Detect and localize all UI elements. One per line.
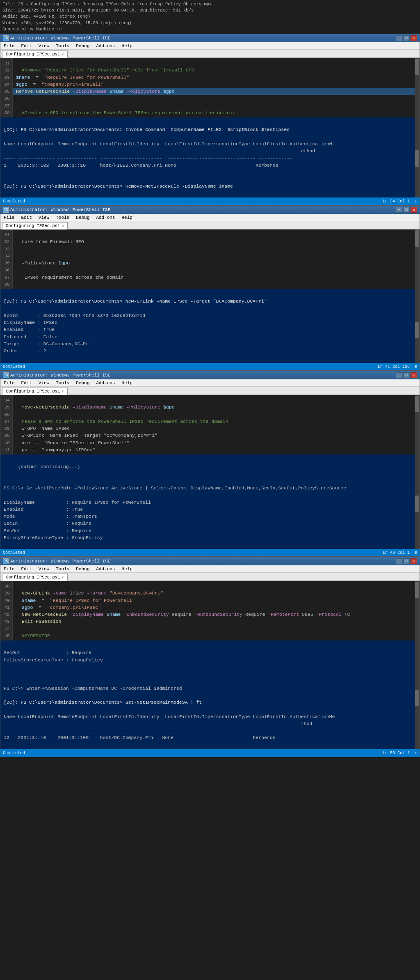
scrollbar-script-1[interactable]	[415, 58, 420, 117]
menu-file-1[interactable]: File	[2, 43, 16, 49]
menu-file-3[interactable]: File	[2, 380, 16, 386]
console-pane-4: SecOut : Require PolicyStoreSourceType :…	[0, 640, 420, 749]
tab-close-1[interactable]: ✕	[62, 52, 64, 57]
maximize-btn-1[interactable]: □	[403, 35, 410, 41]
console-pane-1: [DC]: PS C:\Users\administrator\Document…	[0, 117, 420, 197]
menu-debug-2[interactable]: Debug	[74, 215, 91, 220]
script-pane-2: 31323334353637383940414243 rule from Fir…	[0, 230, 420, 289]
tab-ps1-4[interactable]: Configuring IPSec.ps1 ✕	[2, 574, 68, 581]
maximize-btn-3[interactable]: □	[403, 372, 410, 378]
tab-bar-1: Configuring IPSec.ps1 ✕	[0, 50, 420, 58]
app-icon-2: PS	[3, 207, 9, 213]
tab-bar-2: Configuring IPSec.ps1 ✕	[0, 221, 420, 230]
close-btn-3[interactable]: ✕	[411, 372, 417, 378]
menu-help-2[interactable]: Help	[120, 215, 134, 220]
menu-tools-3[interactable]: Tools	[54, 380, 71, 386]
window-2: PS Administrator: Windows PowerShell ISE…	[0, 205, 420, 371]
menu-addons-3[interactable]: Add-ons	[94, 380, 116, 386]
menu-edit-3[interactable]: Edit	[19, 380, 33, 386]
scrollbar-console-4[interactable]	[415, 640, 420, 749]
tab-ps1-1[interactable]: Configuring IPSec.ps1 ✕	[2, 50, 68, 58]
title-bar-2: PS Administrator: Windows PowerShell ISE…	[0, 206, 420, 214]
close-btn-4[interactable]: ✕	[411, 558, 417, 564]
menu-debug-3[interactable]: Debug	[74, 380, 91, 386]
status-text-2: Completed	[3, 365, 25, 369]
minimize-btn-2[interactable]: ─	[396, 207, 402, 213]
close-btn-1[interactable]: ✕	[411, 35, 417, 41]
app-icon-4: PS	[3, 558, 9, 564]
menu-tools-4[interactable]: Tools	[54, 566, 71, 572]
tab-close-4[interactable]: ✕	[62, 575, 64, 580]
tab-ps1-2[interactable]: Configuring IPSec.ps1 ✕	[2, 222, 68, 230]
menu-file-2[interactable]: File	[2, 215, 16, 220]
menu-tools-1[interactable]: Tools	[54, 43, 71, 49]
menu-addons-1[interactable]: Add-ons	[94, 43, 116, 49]
status-col1-1: ⊞	[415, 199, 417, 204]
window-title-3: Administrator: Windows PowerShell ISE	[10, 373, 110, 378]
status-col1-2: ⊞	[415, 364, 417, 369]
status-bar-4: Completed Ln 50 Col 1 ⊞	[0, 749, 420, 757]
menu-debug-1[interactable]: Debug	[74, 43, 91, 49]
tab-close-2[interactable]: ✕	[62, 224, 64, 228]
title-bar-4: PS Administrator: Windows PowerShell ISE…	[0, 557, 420, 565]
window-4: PS Administrator: Windows PowerShell ISE…	[0, 557, 420, 757]
app-icon-3: PS	[3, 372, 9, 378]
status-position-3: Ln 46 Col 1	[383, 551, 410, 555]
status-bar-1: Completed Ln 34 Col 1 ⊞	[0, 197, 420, 205]
status-col1-4: ⊞	[415, 750, 417, 755]
menu-help-4[interactable]: Help	[120, 566, 134, 572]
menu-help-3[interactable]: Help	[120, 380, 134, 386]
window-title-4: Administrator: Windows PowerShell ISE	[10, 559, 110, 564]
menu-view-1[interactable]: View	[37, 43, 51, 49]
status-bar-3: Completed Ln 46 Col 1 ⊞	[0, 549, 420, 556]
maximize-btn-2[interactable]: □	[403, 207, 410, 213]
close-btn-2[interactable]: ✕	[411, 207, 417, 213]
script-pane-3: 34353637383940414243444546 move-NetIPsec…	[0, 395, 420, 454]
menu-bar-1: File Edit View Tools Debug Add-ons Help	[0, 42, 420, 50]
tab-close-3[interactable]: ✕	[62, 389, 64, 394]
menu-view-4[interactable]: View	[37, 566, 51, 572]
tab-bar-4: Configuring IPSec.ps1 ✕	[0, 573, 420, 581]
app-icon-1: PS	[3, 35, 9, 41]
status-text-1: Completed	[3, 199, 25, 204]
script-pane-4: 38394041424344454647484950 New-GPLink -N…	[0, 581, 420, 640]
scrollbar-console-1[interactable]	[415, 117, 420, 197]
scrollbar-script-3[interactable]	[415, 395, 420, 454]
status-bar-2: Completed Ln 41 Col 136 ⊞	[0, 363, 420, 370]
console-pane-3: (output continuing...) PS C:\> Get-NetIP…	[0, 454, 420, 549]
menu-view-2[interactable]: View	[37, 215, 51, 220]
menu-debug-4[interactable]: Debug	[74, 566, 91, 572]
tab-ps1-3[interactable]: Configuring IPSec.ps1 ✕	[2, 388, 68, 395]
title-bar-3: PS Administrator: Windows PowerShell ISE…	[0, 371, 420, 379]
minimize-btn-4[interactable]: ─	[396, 558, 402, 564]
title-bar-1: PS Administrator: Windows PowerShell ISE…	[0, 34, 420, 42]
menu-file-4[interactable]: File	[2, 566, 16, 572]
menu-addons-2[interactable]: Add-ons	[94, 215, 116, 220]
window-1: PS Administrator: Windows PowerShell ISE…	[0, 34, 420, 205]
scrollbar-script-4[interactable]	[415, 581, 420, 640]
menu-addons-4[interactable]: Add-ons	[94, 566, 116, 572]
menu-tools-2[interactable]: Tools	[54, 215, 71, 220]
minimize-btn-1[interactable]: ─	[396, 35, 402, 41]
status-text-4: Completed	[3, 751, 25, 755]
minimize-btn-3[interactable]: ─	[396, 372, 402, 378]
window-title-2: Administrator: Windows PowerShell ISE	[10, 207, 110, 212]
window-title-1: Administrator: Windows PowerShell ISE	[10, 36, 110, 41]
menu-edit-2[interactable]: Edit	[19, 215, 33, 220]
menu-bar-3: File Edit View Tools Debug Add-ons Help	[0, 379, 420, 387]
menu-view-3[interactable]: View	[37, 380, 51, 386]
menu-bar-2: File Edit View Tools Debug Add-ons Help	[0, 214, 420, 221]
status-col1-3: ⊞	[415, 550, 417, 555]
tab-bar-3: Configuring IPSec.ps1 ✕	[0, 387, 420, 395]
menu-edit-4[interactable]: Edit	[19, 566, 33, 572]
maximize-btn-4[interactable]: □	[403, 558, 410, 564]
scrollbar-console-3[interactable]	[415, 454, 420, 549]
scrollbar-script-2[interactable]	[415, 230, 420, 289]
status-position-2: Ln 41 Col 136	[378, 365, 410, 369]
menu-help-1[interactable]: Help	[120, 43, 134, 49]
scrollbar-console-2[interactable]	[415, 289, 420, 363]
status-position-4: Ln 50 Col 1	[383, 751, 410, 755]
console-pane-2: [DC]: PS C:\Users\administrator\Document…	[0, 289, 420, 363]
menu-bar-4: File Edit View Tools Debug Add-ons Help	[0, 565, 420, 573]
menu-edit-1[interactable]: Edit	[19, 43, 33, 49]
